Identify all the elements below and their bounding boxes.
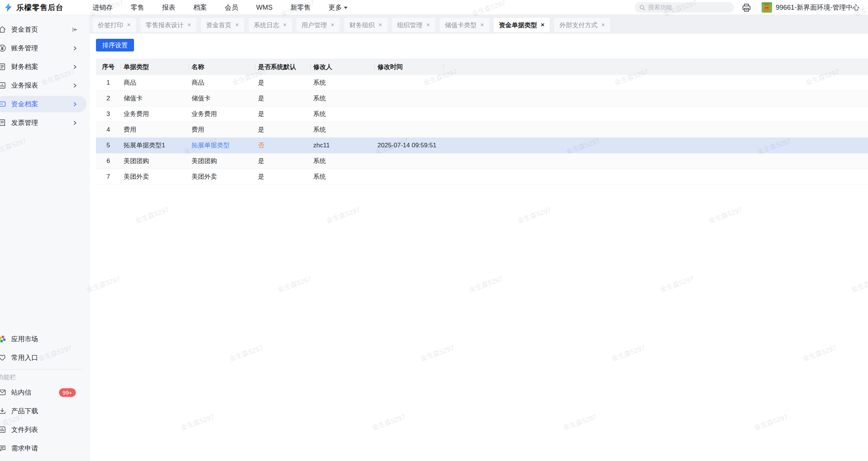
tab-close-icon[interactable]: ×: [426, 21, 430, 29]
cell-modifier: 系统: [310, 157, 374, 165]
tab-label: 资金单据类型: [499, 21, 537, 29]
table-row[interactable]: 4 费用 费用 是 系统: [96, 122, 868, 138]
tab-7[interactable]: 储值卡类型 ×: [440, 18, 489, 32]
cell-modifier: 系统: [310, 94, 374, 103]
sidebar-item-2[interactable]: 财务档案: [0, 57, 90, 76]
table-row[interactable]: 3 业务费用 业务费用 是 系统: [96, 106, 868, 122]
table-row[interactable]: 5 拓展单据类型1 拓展单据类型 否 zhc11 2025-07-14 09:5…: [96, 138, 868, 153]
topbar-menu-item-0[interactable]: 进销存: [93, 3, 113, 12]
tab-9[interactable]: 外部支付方式 ×: [554, 18, 610, 32]
column-header-5: 修改时间: [374, 59, 443, 75]
sidebar-item-label: 财务档案: [11, 62, 38, 71]
tab-0[interactable]: 价签打印 ×: [93, 18, 136, 32]
cell-is-default: 否: [255, 141, 310, 150]
tab-close-icon[interactable]: ×: [127, 21, 131, 29]
invoice-icon: [0, 119, 6, 127]
sidebar-main-list: 资金首页 账务管理 财务档案 业务报表 资金档案 发票管理: [0, 20, 90, 132]
tab-close-icon[interactable]: ×: [235, 21, 239, 29]
table-row[interactable]: 6 美团团购 美团团购 是 系统: [96, 153, 868, 169]
table-body: 1 商品 商品 是 系统 2 储值卡 储值卡 是 系统 3 业务费用 业务费用 …: [96, 75, 868, 185]
sidebar-item-label: 需求申请: [11, 444, 38, 453]
sort-settings-button[interactable]: 排序设置: [96, 39, 134, 51]
cell-modifier: 系统: [310, 125, 374, 134]
column-header-2: 名称: [189, 59, 255, 75]
table-row[interactable]: 1 商品 商品 是 系统: [96, 75, 868, 91]
tab-label: 零售报表设计: [146, 21, 184, 29]
topbar-menu-item-6[interactable]: 新零售: [290, 3, 311, 12]
cell-type: 费用: [121, 125, 189, 134]
tab-label: 用户管理: [302, 21, 327, 29]
sidebar-item-0[interactable]: 资金首页: [0, 20, 90, 39]
cell-is-default: 是: [255, 125, 310, 134]
sidebar-bottom-item-0[interactable]: 应用市场: [0, 330, 90, 348]
column-header-filler: [443, 59, 868, 75]
tab-5[interactable]: 财务组织 ×: [344, 18, 388, 32]
home-icon: [0, 25, 6, 34]
cell-name: 业务费用: [189, 110, 255, 118]
tab-close-icon[interactable]: ×: [331, 21, 335, 29]
topbar-menu-item-4[interactable]: 会员: [225, 3, 238, 12]
sidebar-tool-item-2[interactable]: 文件列表: [0, 420, 90, 439]
table-row[interactable]: 7 美团外卖 美团外卖 是 系统: [96, 169, 868, 185]
chevron-right-icon[interactable]: [72, 46, 78, 51]
cell-is-default: 是: [255, 94, 310, 103]
tab-close-icon[interactable]: ×: [601, 21, 605, 29]
tab-close-icon[interactable]: ×: [283, 21, 287, 29]
logo-icon: [4, 3, 13, 12]
topbar-menu-more[interactable]: 更多: [329, 3, 348, 12]
column-header-3: 是否系统默认: [255, 59, 310, 75]
topbar-menu-item-3[interactable]: 档案: [193, 3, 207, 12]
heart-icon: [0, 354, 6, 362]
caret-down-icon: [344, 7, 348, 9]
avatar[interactable]: [762, 2, 772, 13]
sidebar-item-3[interactable]: 业务报表: [0, 76, 90, 95]
topbar-menu-item-1[interactable]: 零售: [131, 3, 144, 12]
topbar-divider: [862, 4, 863, 11]
tab-6[interactable]: 组织管理 ×: [392, 18, 435, 32]
chevron-right-icon[interactable]: [72, 64, 78, 70]
sidebar: 资金首页 账务管理 财务档案 业务报表 资金档案 发票管理 应用市场 常用入口 …: [0, 15, 90, 461]
tab-close-icon[interactable]: ×: [480, 21, 484, 29]
sidebar-item-label: 发票管理: [11, 118, 38, 127]
apps-icon: [0, 335, 6, 343]
tab-close-icon[interactable]: ×: [379, 21, 382, 29]
sidebar-bottom: 应用市场 常用入口 功能栏 站内信 99+ 产品下载 文件列表 需求申请: [0, 330, 90, 458]
tab-close-icon[interactable]: ×: [541, 21, 545, 29]
print-button[interactable]: [741, 3, 752, 13]
sidebar-tool-item-3[interactable]: 需求申请: [0, 439, 90, 458]
sidebar-tool-item-0[interactable]: 站内信 99+: [0, 383, 90, 402]
search-input[interactable]: [648, 4, 723, 11]
search-box[interactable]: [635, 2, 734, 13]
sidebar-item-label: 应用市场: [11, 335, 38, 344]
cell-is-default: 是: [255, 157, 310, 165]
request-icon: [0, 444, 6, 452]
chevron-right-icon[interactable]: [72, 101, 78, 107]
cell-is-default: 是: [255, 78, 310, 87]
tab-1[interactable]: 零售报表设计 ×: [140, 18, 196, 32]
account-label[interactable]: 99661-新界面环境-管理中心: [776, 0, 859, 15]
tab-4[interactable]: 用户管理 ×: [296, 18, 340, 32]
tab-2[interactable]: 资金首页 ×: [201, 18, 244, 32]
collapse-icon[interactable]: [72, 27, 78, 32]
fund-icon: [0, 100, 6, 108]
tab-close-icon[interactable]: ×: [187, 21, 191, 29]
sidebar-bottom-item-1[interactable]: 常用入口: [0, 348, 90, 367]
tab-3[interactable]: 系统日志 ×: [249, 18, 292, 32]
tab-label: 储值卡类型: [445, 21, 477, 29]
cell-seq: 6: [96, 157, 121, 165]
chevron-right-icon[interactable]: [72, 83, 78, 88]
sidebar-item-1[interactable]: 账务管理: [0, 39, 90, 57]
column-header-0: 序号: [96, 59, 121, 75]
download-icon: [0, 407, 6, 415]
table-row[interactable]: 2 储值卡 储值卡 是 系统: [96, 91, 868, 106]
unread-badge: 99+: [59, 388, 76, 397]
topbar-menu-item-5[interactable]: WMS: [256, 4, 273, 12]
cell-name[interactable]: 拓展单据类型: [189, 141, 255, 150]
sidebar-item-label: 业务报表: [11, 81, 38, 90]
sidebar-item-4[interactable]: 资金档案: [0, 95, 90, 113]
tab-8[interactable]: 资金单据类型 ×: [494, 18, 550, 32]
topbar-menu-item-2[interactable]: 报表: [162, 3, 175, 12]
sidebar-item-5[interactable]: 发票管理: [0, 113, 90, 132]
chevron-right-icon[interactable]: [72, 120, 78, 126]
sidebar-tool-item-1[interactable]: 产品下载: [0, 402, 90, 420]
